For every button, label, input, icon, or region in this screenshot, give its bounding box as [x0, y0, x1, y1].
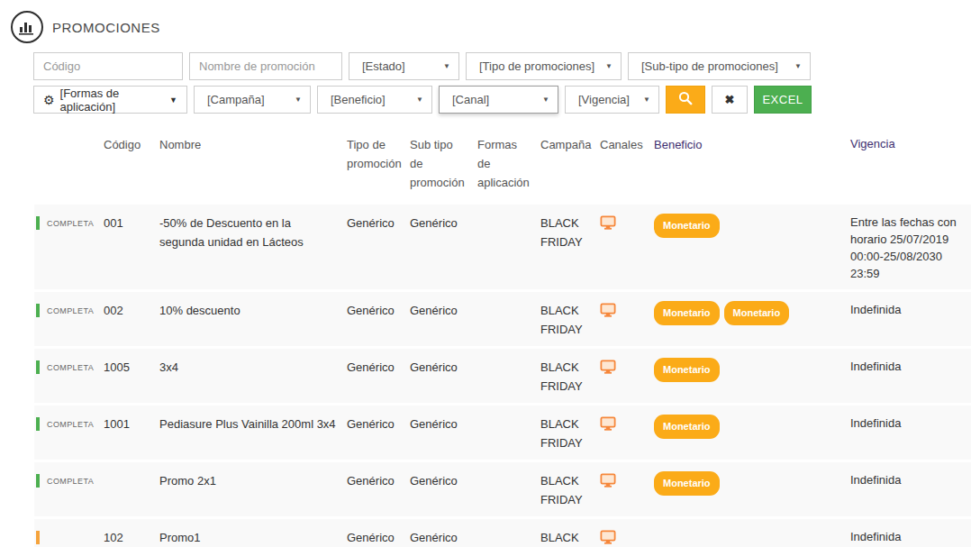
- campana-select[interactable]: [Campaña] ▼: [194, 86, 311, 114]
- status-cell: COMPLETA: [34, 205, 102, 289]
- status-label: COMPLETA: [47, 219, 94, 228]
- column-header-formas-aplicacion: Formas de aplicación: [476, 126, 539, 205]
- codigo-input[interactable]: [33, 52, 183, 80]
- nombre-promocion-input[interactable]: [189, 52, 342, 80]
- canales-cell: [598, 462, 652, 516]
- chevron-down-icon: ▼: [643, 96, 650, 104]
- desktop-monitor-icon: [600, 215, 616, 236]
- status-bar: [36, 216, 40, 230]
- chevron-down-icon: ▼: [605, 62, 612, 70]
- table-row[interactable]: INCOMPLETA102Promo1GenéricoGenéricoBLACK…: [34, 519, 971, 547]
- beneficio-select-value: [Beneficio]: [331, 93, 386, 106]
- tipo-promocion-cell: Genérico: [345, 292, 408, 346]
- canal-select[interactable]: [Canal] ▼: [439, 86, 558, 114]
- subtipo-promocion-cell: Genérico: [408, 205, 476, 289]
- campana-cell: BLACK FRIDAY: [539, 349, 598, 403]
- chevron-down-icon: ▼: [416, 96, 423, 104]
- subtipo-promociones-select[interactable]: [Sub-tipo de promociones] ▼: [628, 52, 811, 80]
- table-row[interactable]: COMPLETA10053x4GenéricoGenéricoBLACK FRI…: [34, 349, 971, 403]
- column-header-campana: Campaña: [539, 126, 598, 205]
- codigo-cell: [102, 462, 158, 516]
- status-cell: COMPLETA: [34, 292, 102, 346]
- table-row[interactable]: COMPLETA001-50% de Descuento en la segun…: [34, 205, 971, 289]
- gear-icon: ⚙: [43, 94, 55, 106]
- vigencia-cell: Entre las fechas con horario 25/07/2019 …: [848, 205, 971, 289]
- vigencia-cell: Indefinida: [848, 406, 971, 460]
- desktop-monitor-icon: [600, 416, 616, 437]
- estado-select[interactable]: [Estado] ▼: [349, 52, 459, 80]
- campana-cell: BLACK FRIDAY: [539, 462, 598, 516]
- tipo-promocion-cell: Genérico: [345, 205, 408, 289]
- desktop-monitor-icon: [600, 473, 616, 494]
- column-header-tipo-promocion: Tipo de promoción: [345, 126, 408, 205]
- formas-aplicacion-cell: [476, 292, 539, 346]
- beneficio-cell: [652, 519, 848, 547]
- canales-cell: [598, 519, 652, 547]
- promotions-table: Código Nombre Tipo de promoción Sub tipo…: [34, 126, 971, 547]
- status-cell: COMPLETA: [34, 349, 102, 403]
- tipo-promocion-cell: Genérico: [345, 462, 408, 516]
- nombre-cell: 3x4: [158, 349, 345, 403]
- table-row[interactable]: COMPLETAPromo 2x1GenéricoGenéricoBLACK F…: [34, 462, 971, 516]
- canales-cell: [598, 292, 652, 346]
- nombre-cell: -50% de Descuento en la segunda unidad e…: [158, 205, 345, 289]
- column-header-subtipo-promocion: Sub tipo de promoción: [408, 126, 476, 205]
- campana-select-value: [Campaña]: [207, 93, 265, 106]
- status-cell: COMPLETA: [34, 406, 102, 460]
- vigencia-cell: Indefinida: [848, 519, 971, 547]
- subtipo-promocion-cell: Genérico: [408, 406, 476, 460]
- column-header-vigencia[interactable]: Vigencia: [848, 126, 971, 205]
- estado-select-value: [Estado]: [362, 59, 405, 73]
- table-body: COMPLETA001-50% de Descuento en la segun…: [34, 205, 971, 547]
- canal-select-value: [Canal]: [452, 93, 489, 106]
- canales-cell: [598, 349, 652, 403]
- close-icon: ✖: [725, 93, 735, 106]
- subtipo-promociones-select-value: [Sub-tipo de promociones]: [641, 59, 778, 73]
- beneficio-cell: Monetario: [652, 349, 848, 403]
- bar-chart-logo-icon: [11, 11, 43, 43]
- formas-aplicacion-cell: [476, 462, 539, 516]
- column-header-canales: Canales: [598, 126, 652, 205]
- table-row[interactable]: COMPLETA1001Pediasure Plus Vainilla 200m…: [34, 406, 971, 460]
- formas-aplicacion-dropdown-button[interactable]: ⚙ [Formas de aplicación] ▼: [33, 86, 187, 114]
- canales-cell: [598, 406, 652, 460]
- desktop-monitor-icon: [600, 303, 616, 324]
- tipo-promocion-cell: Genérico: [345, 406, 408, 460]
- page-title: PROMOCIONES: [52, 20, 160, 35]
- vigencia-select[interactable]: [Vigencia] ▼: [565, 86, 659, 114]
- beneficio-select[interactable]: [Beneficio] ▼: [317, 86, 432, 114]
- beneficio-badge: Monetario: [654, 214, 720, 238]
- status-label: COMPLETA: [47, 420, 94, 429]
- chevron-down-icon: ▼: [794, 62, 802, 70]
- status-bar: [36, 417, 40, 431]
- beneficio-cell: MonetarioMonetario: [652, 292, 848, 346]
- table-row[interactable]: COMPLETA00210% descuentoGenéricoGenérico…: [34, 292, 971, 346]
- nombre-cell: 10% descuento: [158, 292, 345, 346]
- campana-cell: BLACK FRIDAY: [539, 519, 598, 547]
- caret-down-icon: ▼: [169, 96, 177, 105]
- canales-cell: [598, 205, 652, 289]
- campana-cell: BLACK FRIDAY: [539, 406, 598, 460]
- excel-button-label: EXCEL: [762, 93, 803, 106]
- column-header-beneficio[interactable]: Beneficio: [652, 126, 848, 205]
- codigo-cell: 002: [102, 292, 158, 346]
- column-header-estado: [34, 126, 102, 205]
- campana-cell: BLACK FRIDAY: [539, 292, 598, 346]
- codigo-cell: 1005: [102, 349, 158, 403]
- excel-export-button[interactable]: EXCEL: [754, 86, 812, 114]
- beneficio-cell: Monetario: [652, 205, 848, 289]
- clear-filters-button[interactable]: ✖: [712, 86, 748, 114]
- vigencia-cell: Indefinida: [848, 292, 971, 346]
- tipo-promocion-cell: Genérico: [345, 349, 408, 403]
- status-label: COMPLETA: [47, 306, 94, 315]
- subtipo-promocion-cell: Genérico: [408, 519, 476, 547]
- chevron-down-icon: ▼: [295, 96, 302, 104]
- status-label: COMPLETA: [47, 363, 94, 372]
- desktop-monitor-icon: [600, 530, 616, 547]
- campana-cell: BLACK FRIDAY: [539, 205, 598, 289]
- search-button[interactable]: [666, 86, 705, 114]
- beneficio-badge: Monetario: [654, 415, 720, 439]
- tipo-promociones-select[interactable]: [Tipo de promociones] ▼: [466, 52, 622, 80]
- vigencia-cell: Indefinida: [848, 349, 971, 403]
- beneficio-badge: Monetario: [654, 301, 720, 325]
